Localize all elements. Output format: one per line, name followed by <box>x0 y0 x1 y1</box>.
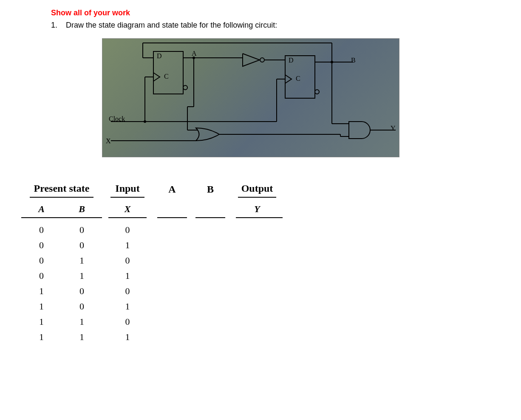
cell <box>153 224 191 236</box>
question-text: Draw the state diagram and state table f… <box>66 21 277 29</box>
cell <box>153 240 191 251</box>
cell <box>191 224 229 236</box>
cell <box>191 255 229 266</box>
table-data-rows: 0 0 0 0 0 1 0 1 0 0 1 1 <box>21 224 504 343</box>
cell <box>229 224 285 236</box>
cell <box>229 270 285 281</box>
cell: 0 <box>102 255 153 266</box>
subheader-underline <box>21 217 504 218</box>
clock-triangle-1 <box>153 73 160 81</box>
instruction-header: Show all of your work <box>51 9 504 17</box>
table-row: 0 1 0 <box>21 255 504 266</box>
subheader-blank-a <box>153 204 191 215</box>
table-subheader-row: A B X Y <box>21 204 504 215</box>
subheader-b: B <box>62 204 102 215</box>
header-next-b: B <box>200 184 221 198</box>
cell: 0 <box>21 224 62 236</box>
state-table: Present state Input A B Output A B X Y <box>21 183 504 343</box>
label-y: Y <box>391 125 396 132</box>
cell: 1 <box>102 270 153 281</box>
table-row: 0 0 1 <box>21 240 504 251</box>
and-gate <box>349 122 370 139</box>
cell <box>153 255 191 266</box>
question-number: 1. <box>51 21 64 30</box>
cell: 0 <box>21 270 62 281</box>
label-a: A <box>192 50 197 57</box>
cell: 0 <box>62 286 102 297</box>
cell <box>191 270 229 281</box>
cell <box>229 255 285 266</box>
table-row: 0 0 0 <box>21 224 504 236</box>
subheader-y: Y <box>229 204 285 215</box>
cell: 1 <box>21 301 62 312</box>
cell <box>229 301 285 312</box>
cell: 1 <box>21 332 62 343</box>
label-clock: Clock <box>109 115 125 123</box>
table-row: 1 0 0 <box>21 286 504 297</box>
cell <box>229 286 285 297</box>
cell <box>191 301 229 312</box>
cell <box>153 286 191 297</box>
cell: 1 <box>62 316 102 327</box>
qbar-bubble-2 <box>315 90 319 94</box>
cell <box>191 240 229 251</box>
cell: 1 <box>102 332 153 343</box>
cell: 1 <box>102 301 153 312</box>
header-output: Output <box>238 183 276 198</box>
cell: 1 <box>62 255 102 266</box>
cell: 0 <box>102 316 153 327</box>
cell <box>153 301 191 312</box>
cell <box>229 240 285 251</box>
cell <box>191 316 229 327</box>
label-x: X <box>106 137 111 145</box>
cell <box>191 332 229 343</box>
label-ff1-d: D <box>157 52 162 60</box>
cell: 1 <box>21 316 62 327</box>
header-present-state: Present state <box>30 183 93 198</box>
label-ff2-c: C <box>296 75 300 82</box>
cell: 0 <box>102 286 153 297</box>
header-next-a: A <box>161 184 183 198</box>
table-header-row: Present state Input A B Output <box>21 183 504 200</box>
question-line: 1. Draw the state diagram and state tabl… <box>51 21 504 30</box>
cell: 1 <box>102 240 153 251</box>
header-input: Input <box>110 183 144 198</box>
cell <box>153 316 191 327</box>
cell <box>191 286 229 297</box>
cell: 0 <box>62 301 102 312</box>
cell: 1 <box>62 270 102 281</box>
subheader-x: X <box>102 204 153 215</box>
cell: 0 <box>62 240 102 251</box>
table-row: 1 0 1 <box>21 301 504 312</box>
not-gate <box>243 54 260 66</box>
or-gate <box>196 128 219 141</box>
qbar-bubble-1 <box>183 85 187 90</box>
label-b: B <box>351 57 356 64</box>
cell: 1 <box>62 332 102 343</box>
circuit-diagram: D C A D C B Clock X Y <box>102 38 399 157</box>
cell: 0 <box>102 224 153 236</box>
cell <box>153 270 191 281</box>
cell <box>229 316 285 327</box>
subheader-blank-b <box>191 204 229 215</box>
table-row: 1 1 1 <box>21 332 504 343</box>
label-ff1-c: C <box>164 73 169 80</box>
cell: 0 <box>21 255 62 266</box>
cell: 1 <box>21 286 62 297</box>
table-row: 0 1 1 <box>21 270 504 281</box>
cell: 0 <box>21 240 62 251</box>
subheader-a: A <box>21 204 62 215</box>
cell <box>229 332 285 343</box>
label-ff2-d: D <box>289 57 294 64</box>
table-row: 1 1 0 <box>21 316 504 327</box>
cell <box>153 332 191 343</box>
clock-triangle-2 <box>285 75 292 83</box>
cell: 0 <box>62 224 102 236</box>
